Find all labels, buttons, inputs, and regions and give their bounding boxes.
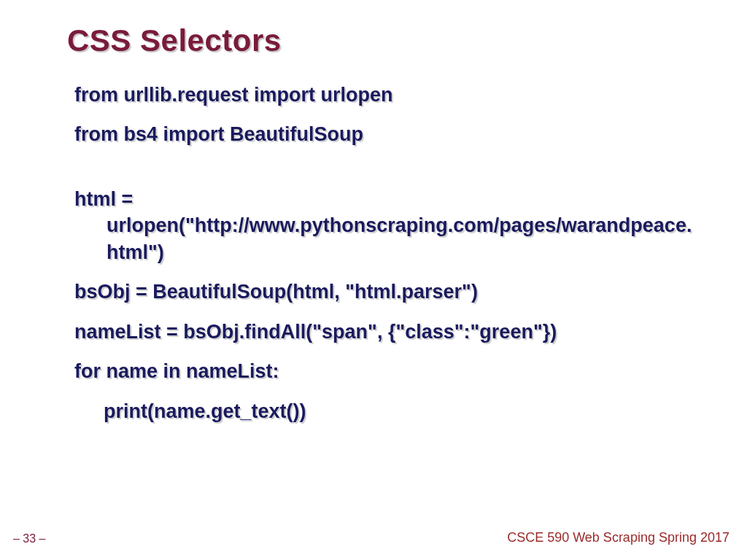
page-number: – 33 –	[13, 532, 45, 545]
code-line: nameList = bsObj.findAll("span", {"class…	[74, 319, 703, 345]
slide-body: from urllib.request import urlopen from …	[74, 82, 703, 438]
footer-text: CSCE 590 Web Scraping Spring 2017	[507, 530, 729, 545]
code-line: from bs4 import BeautifulSoup	[74, 121, 703, 147]
code-line: bsObj = BeautifulSoup(html, "html.parser…	[74, 279, 703, 305]
code-line: html = urlopen("http://www.pythonscrapin…	[74, 186, 703, 265]
code-line: print(name.get_text())	[74, 398, 703, 424]
code-line: from urllib.request import urlopen	[74, 82, 703, 108]
slide-title: CSS Selectors	[67, 23, 282, 58]
slide: CSS Selectors from urllib.request import…	[0, 0, 747, 560]
code-line: for name in nameList:	[74, 358, 703, 384]
blank-line	[74, 161, 703, 186]
